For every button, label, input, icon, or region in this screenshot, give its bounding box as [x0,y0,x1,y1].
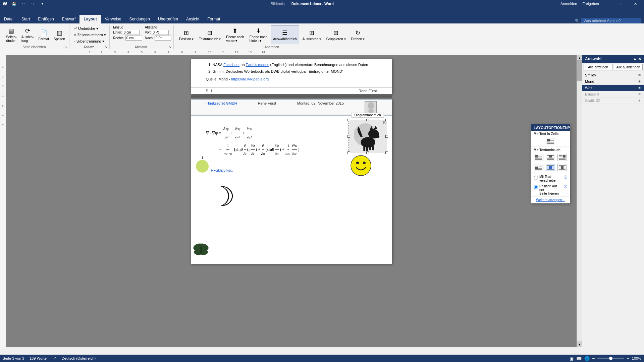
textumbruch-icon-4[interactable] [534,164,543,171]
menu-tab-layout[interactable]: Layout [79,15,101,23]
auswahl-item-mond[interactable]: Mond 👁 [582,78,644,85]
alle-anzeigen-btn[interactable]: Alle anzeigen [584,64,612,70]
svg-rect-31 [547,158,554,159]
radio-position-input[interactable] [534,185,538,189]
auswahl-item-ellipse[interactable]: Ellipse 6 👁 [582,91,644,98]
smiley-face[interactable] [350,155,372,177]
svg-rect-43 [547,165,554,166]
inline-icon-1[interactable] [546,138,555,145]
menu-tab-verweise[interactable]: Verweise [101,15,125,23]
search-input[interactable] [581,18,641,23]
svg-rect-32 [547,159,554,160]
scroll-thumb[interactable] [577,61,582,81]
handle-tm[interactable] [366,119,369,121]
menu-tab-entwurf[interactable]: Entwurf [58,15,80,23]
wiki-link[interactable]: https://de.wikipedia.org [231,77,269,81]
umbrueche-btn[interactable]: ⏎ Umbrüche ▾ [73,25,100,32]
handle-rm[interactable] [385,135,388,138]
vor-input[interactable] [152,30,169,35]
auswahl-item-wolf[interactable]: Wolf 👁 [582,85,644,91]
svg-rect-23 [547,139,550,141]
rechts-input[interactable] [125,36,142,41]
weitere-anzeigen-link[interactable]: Weitere anzeigen... [531,196,570,203]
maximize-btn[interactable]: □ [616,0,628,7]
textumbruch-icon-2[interactable] [546,154,555,161]
links-input[interactable] [123,30,140,35]
auswahl-close-btn[interactable]: ✕ [638,57,641,61]
web-layout-btn[interactable]: 🌐 [584,356,590,361]
zoom-minus-btn[interactable]: ─ [592,356,595,360]
qa-more[interactable]: ▼ [39,0,46,7]
handle-bm[interactable] [366,152,369,154]
menu-tab-sendungen[interactable]: Sendungen [125,15,154,23]
freigeben-btn[interactable]: Freigeben [580,2,601,6]
layout-popup-close[interactable]: ✕ [568,125,571,130]
zoom-slider[interactable] [597,358,624,359]
moon-shape[interactable]: ☽ [211,183,235,210]
zeilennummern-btn[interactable]: ≡ Zeilennummern ▾ [73,32,107,38]
auswahlbereich-btn[interactable]: ☰ Auswahlbereich [271,25,299,44]
nach-input[interactable] [155,36,171,41]
butterfly-shape[interactable] [193,243,209,257]
svg-rect-41 [535,169,542,170]
svg-rect-10 [372,146,374,150]
gruppieren-btn[interactable]: ⊞ Gruppieren ▾ [324,25,348,44]
wolf-image-container[interactable]: Diagrammbereich [348,120,387,153]
read-mode-btn[interactable]: 📖 [576,356,582,361]
svg-point-13 [356,162,359,164]
menu-tab-ueberpruefen[interactable]: Überprüfen [154,15,182,23]
textumbruch-icon-5[interactable] [546,164,555,171]
vor-label: Vor: [145,31,151,34]
format-btn[interactable]: 📄 Format [36,25,51,44]
svg-rect-7 [363,146,365,151]
qa-undo[interactable]: ↩ [20,0,27,7]
qa-save[interactable]: 💾 [10,0,18,7]
handle-bl[interactable] [347,152,350,154]
spalten-btn[interactable]: ▥ Spalten [52,25,67,44]
close-btn[interactable]: ✕ [629,0,641,7]
scroll-up-btn[interactable]: ▲ [577,55,582,61]
scroll-down-btn[interactable]: ▼ [577,342,582,347]
textumbruch-icon-3[interactable] [557,154,567,161]
handle-tl[interactable] [347,119,350,121]
textumbruch-btn[interactable]: ⊟ Textumbruch ▾ [197,25,223,44]
textumbruch-icon-6[interactable] [557,164,567,171]
menu-tab-datei[interactable]: Datei [0,15,17,23]
ausrichten-btn[interactable]: ⊞ Ausrichten ▾ [301,25,323,44]
earths-moons-link[interactable]: Earth's moons [246,63,269,67]
radio-mit-text-input[interactable] [534,176,538,180]
menu-tab-format[interactable]: Format [203,15,224,23]
resize-icon[interactable]: ⇱ [383,121,386,124]
spell-check-icon[interactable]: ✓ [53,356,56,361]
info-icon-2[interactable]: ⓘ [564,184,567,189]
ebene-hinten-btn[interactable]: ⬇ Ebene nachhinten ▾ [248,25,269,44]
factsheet-link[interactable]: Factsheet [223,63,239,67]
menu-tab-einfuegen[interactable]: Einfügen [34,15,58,23]
auswahl-item-grafik[interactable]: Grafik 32 👁 [582,98,644,104]
header-date: Montag, 02. November 2015 [297,101,344,113]
print-layout-btn[interactable]: ▣ [570,356,574,361]
ebene-vorne-btn[interactable]: ⬆ Ebene nachvorne ▾ [224,25,246,44]
svg-rect-33 [563,155,566,158]
handle-br[interactable] [385,152,388,154]
menu-tab-ansicht[interactable]: Ansicht [182,15,203,23]
ref-item-2: Grimm: Deutsches Wörterbuch, als DWB dig… [213,69,377,75]
green-circle[interactable]: ⤵ [196,160,209,173]
anmelden-btn[interactable]: Anmelden [558,2,579,6]
position-btn[interactable]: ⊞ Position ▾ [177,25,196,44]
seitenraender-btn[interactable]: ▤ Seiten-ränder [4,25,19,44]
menu-tab-start[interactable]: Start [17,15,34,23]
drehen-btn[interactable]: ↻ Drehen ▾ [349,25,367,44]
minimize-btn[interactable]: ─ [602,0,614,7]
auswahl-item-smiley[interactable]: Smiley 👁 [582,72,644,78]
qa-redo[interactable]: ↪ [29,0,37,7]
silbentrennung-btn[interactable]: - Silbentrennung ▾ [73,38,106,44]
auswahl-up-btn[interactable]: ▲ [633,57,637,61]
info-icon-1[interactable]: ⓘ [564,175,567,180]
zoom-plus-btn[interactable]: + [627,356,629,360]
handle-lm[interactable] [347,135,350,138]
header-company: Thinksecret GMBH [206,101,237,113]
textumbruch-icon-1[interactable] [534,154,543,161]
alle-ausblenden-btn[interactable]: Alle ausblenden [614,64,643,70]
ausrichtung-btn[interactable]: ⟳ Ausrich-tung [19,25,36,44]
